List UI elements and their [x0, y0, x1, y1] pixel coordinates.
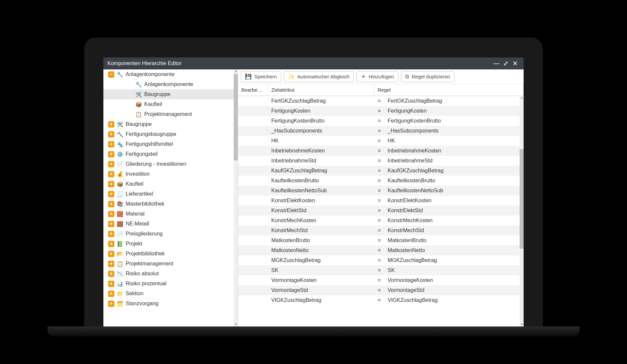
expand-icon[interactable]: +: [108, 231, 114, 237]
tree-item[interactable]: +🧱Material: [103, 209, 238, 219]
sidebar-scroll-thumb[interactable]: [234, 74, 238, 160]
col-target[interactable]: Zielattribut: [268, 84, 374, 96]
tree-item[interactable]: +🧾Lieferartikel: [103, 189, 238, 199]
table-row[interactable]: MGKZuschlagBetrag=MGKZuschlagBetrag: [238, 255, 524, 265]
collapse-icon[interactable]: −: [108, 71, 114, 78]
table-row[interactable]: VormontageKosten=VormontageKosten: [238, 275, 524, 285]
table-scrollbar[interactable]: ▴ ▾: [520, 96, 524, 326]
expand-icon[interactable]: +: [108, 291, 114, 297]
cell-edit[interactable]: [238, 245, 268, 255]
cell-edit[interactable]: [238, 295, 268, 305]
add-button[interactable]: ＋ Hinzufügen: [356, 71, 398, 82]
cell-edit[interactable]: [238, 186, 268, 196]
table-row[interactable]: KaufteilkostenNettoSub=KaufteilkostenNet…: [238, 186, 524, 196]
expand-icon[interactable]: +: [108, 241, 114, 247]
tree-item[interactable]: +📄Preisgliederung: [103, 229, 238, 239]
expand-icon[interactable]: +: [108, 251, 114, 257]
table-row[interactable]: FertGKZuschlagBetrag=FertGKZuschlagBetra…: [238, 96, 524, 106]
expand-icon[interactable]: +: [108, 121, 114, 128]
tree-item[interactable]: +📊Risiko prozentual: [103, 279, 238, 289]
table-row[interactable]: VormontageStd=VormontageStd: [238, 285, 524, 295]
cell-edit[interactable]: [238, 265, 268, 275]
tree-item[interactable]: +⚙️Fertigungsteil: [103, 149, 238, 159]
tree-item[interactable]: 🛠️Baugruppe: [103, 89, 238, 99]
auto-match-button[interactable]: ✨ Automatischer Abgleich: [284, 71, 354, 82]
expand-icon[interactable]: +: [108, 191, 114, 197]
cell-edit[interactable]: [238, 206, 268, 216]
table-body[interactable]: FertGKZuschlagBetrag=FertGKZuschlagBetra…: [238, 96, 524, 326]
tree-item[interactable]: +🛠️Baugruppe: [103, 119, 238, 129]
tree-item[interactable]: +🔩Fertigungshilfsmittel: [103, 139, 238, 149]
cell-edit[interactable]: [238, 285, 268, 295]
tree-item[interactable]: +📉Risiko absolut: [103, 269, 238, 279]
table-row[interactable]: _HasSubcomponents=_HasSubcomponents: [238, 126, 524, 136]
tree-item[interactable]: +📂Projektbibliothek: [103, 249, 238, 259]
table-row[interactable]: MatkostenBrutto=MatkostenBrutto: [238, 235, 524, 245]
scroll-up-arrow[interactable]: ▴: [234, 69, 238, 73]
tree-item[interactable]: +🔨Fertigungsbaugruppe: [103, 129, 238, 139]
cell-edit[interactable]: [238, 226, 268, 235]
table-row[interactable]: KonstrMechKosten=KonstrMechKosten: [238, 216, 524, 226]
expand-icon[interactable]: +: [108, 221, 114, 227]
maximize-button[interactable]: ⤢: [501, 59, 510, 68]
cell-edit[interactable]: [238, 146, 268, 156]
tree-item[interactable]: +🗂️Stanzvorgang: [103, 299, 238, 309]
cell-edit[interactable]: [238, 116, 268, 126]
tree-item[interactable]: +📚Masterbibliothek: [103, 199, 238, 209]
table-row[interactable]: MatkostenNetto=MatkostenNetto: [238, 245, 524, 255]
scroll-down-arrow[interactable]: ▾: [234, 322, 238, 326]
cell-edit[interactable]: [238, 196, 268, 206]
table-scroll-up-arrow[interactable]: ▴: [520, 96, 524, 100]
col-edit[interactable]: Bearbe…: [238, 84, 268, 96]
cell-edit[interactable]: [238, 156, 268, 166]
tree-sidebar[interactable]: −🔧Anlagenkomponente🔧Anlagenkomponente🛠️B…: [103, 69, 238, 326]
cell-edit[interactable]: [238, 96, 268, 106]
close-button[interactable]: ✕: [510, 59, 520, 68]
duplicate-button[interactable]: ⧉ Regel duplizieren: [401, 71, 454, 82]
tree-item[interactable]: 🔧Anlagenkomponente: [103, 79, 238, 89]
expand-icon[interactable]: +: [108, 141, 114, 147]
tree-item[interactable]: +📄Gliederung - Investitionen: [103, 159, 238, 169]
minimize-button[interactable]: —: [492, 59, 501, 68]
table-row[interactable]: KaufGKZuschlagBetrag=KaufGKZuschlagBetra…: [238, 166, 524, 176]
expand-icon[interactable]: +: [108, 261, 114, 267]
tree-item[interactable]: 📦Kaufteil: [103, 99, 238, 109]
table-row[interactable]: KaufteilkostenBrutto=KaufteilkostenBrutt…: [238, 176, 524, 186]
tree-item[interactable]: +💰Investition: [103, 169, 238, 179]
cell-edit[interactable]: [238, 216, 268, 226]
table-row[interactable]: InbetriebnahmeStd=InbetriebnahmeStd: [238, 156, 524, 166]
table-scroll-down-arrow[interactable]: ▾: [520, 322, 524, 326]
tree-item[interactable]: +📗Projekt: [103, 239, 238, 249]
expand-icon[interactable]: +: [108, 131, 114, 137]
tree-item[interactable]: +📋Projektmanagement: [103, 259, 238, 269]
expand-icon[interactable]: +: [108, 271, 114, 277]
expand-icon[interactable]: +: [108, 151, 114, 157]
save-button[interactable]: 💾 Speichern: [241, 71, 281, 82]
table-row[interactable]: SK=SK: [238, 265, 524, 275]
expand-icon[interactable]: +: [108, 201, 114, 207]
table-row[interactable]: HK=HK: [238, 136, 524, 146]
tree-item[interactable]: +📁Sektion: [103, 289, 238, 299]
col-rule[interactable]: Regel: [374, 84, 524, 96]
table-row[interactable]: KonstrMechStd=KonstrMechStd: [238, 226, 524, 235]
cell-edit[interactable]: [238, 166, 268, 176]
table-row[interactable]: KonstrElektKosten=KonstrElektKosten: [238, 196, 524, 206]
cell-edit[interactable]: [238, 275, 268, 285]
expand-icon[interactable]: +: [108, 281, 114, 287]
tree-item[interactable]: +📦Kaufteil: [103, 179, 238, 189]
cell-edit[interactable]: [238, 176, 268, 186]
expand-icon[interactable]: +: [108, 211, 114, 217]
table-row[interactable]: FertigungKosten=FertigungKosten: [238, 106, 524, 116]
expand-icon[interactable]: +: [108, 181, 114, 187]
cell-edit[interactable]: [238, 106, 268, 116]
table-row[interactable]: InbetriebnahmeKosten=InbetriebnahmeKoste…: [238, 146, 524, 156]
sidebar-scrollbar[interactable]: ▴ ▾: [234, 69, 238, 326]
table-row[interactable]: VtGKZuschlagBetrag=VtGKZuschlagBetrag: [238, 295, 524, 305]
expand-icon[interactable]: +: [108, 171, 114, 177]
table-row[interactable]: KonstrElektStd=KonstrElektStd: [238, 206, 524, 216]
cell-edit[interactable]: [238, 255, 268, 265]
tree-item[interactable]: −🔧Anlagenkomponente: [103, 69, 238, 79]
table-scroll-thumb[interactable]: [520, 149, 524, 249]
tree-item[interactable]: 📋Projektmanagement: [103, 109, 238, 119]
cell-edit[interactable]: [238, 136, 268, 146]
